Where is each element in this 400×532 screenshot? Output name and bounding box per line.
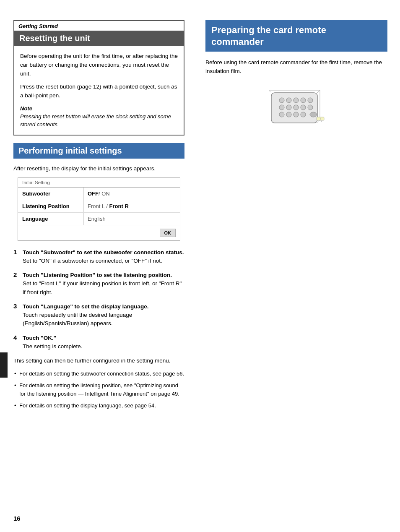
svg-point-6 — [279, 98, 284, 103]
step-4-number: 4 — [13, 334, 23, 341]
bullet-2: For details on setting the listening pos… — [13, 381, 184, 398]
listening-frontl: Front L / — [88, 203, 108, 209]
right-section-title: Preparing the card remote commander — [205, 20, 387, 52]
subwoofer-row: Subwoofer OFF/ ON — [18, 188, 180, 200]
page-number: 16 — [13, 515, 21, 522]
step-1-desc: Set to "ON" if a subwoofer is connected,… — [23, 258, 162, 264]
subwoofer-label: Subwoofer — [18, 188, 83, 200]
setting-note: This setting can then be further configu… — [13, 357, 184, 365]
svg-line-3 — [317, 120, 320, 123]
svg-point-17 — [286, 112, 291, 117]
step-1: 1 Touch "Subwoofer" to set the subwoofer… — [13, 248, 184, 266]
svg-point-14 — [301, 105, 306, 110]
ok-button[interactable]: OK — [160, 229, 176, 237]
svg-point-9 — [301, 98, 306, 103]
language-value: English — [83, 213, 110, 225]
step-1-number: 1 — [13, 248, 23, 256]
ok-row: OK — [18, 225, 180, 240]
step-3-number: 3 — [13, 303, 23, 310]
resetting-body1: Before operating the unit for the first … — [20, 52, 178, 78]
listening-row: Listening Position Front L / Front R — [18, 200, 180, 213]
getting-started-box: Getting Started Resetting the unit Befor… — [13, 20, 184, 136]
svg-point-16 — [279, 112, 284, 117]
note-label: Note — [20, 105, 178, 112]
subwoofer-off: OFF — [88, 190, 99, 197]
step-2: 2 Touch "Listening Position" to set the … — [13, 271, 184, 297]
note-text: Pressing the reset button will erase the… — [20, 112, 178, 129]
remote-commander-illustration — [263, 84, 330, 130]
step-4: 4 Touch "OK." The setting is complete. — [13, 334, 184, 351]
right-body: Before using the card remote commander f… — [205, 58, 387, 76]
resetting-title-bar: Resetting the unit — [14, 31, 184, 46]
listening-value: Front L / Front R — [83, 200, 133, 212]
listening-frontr: Front R — [109, 203, 129, 209]
subwoofer-value: OFF/ ON — [83, 188, 114, 200]
svg-point-10 — [308, 98, 313, 103]
svg-point-15 — [308, 105, 313, 110]
right-column: Preparing the card remote commander Befo… — [197, 10, 400, 522]
svg-point-20 — [310, 112, 317, 117]
subwoofer-on: / ON — [99, 190, 110, 197]
svg-point-8 — [294, 98, 299, 103]
resetting-content: Before operating the unit for the first … — [14, 46, 184, 135]
step-2-content: Touch "Listening Position" to set the li… — [23, 271, 184, 297]
svg-point-13 — [294, 105, 299, 110]
initial-setting-box: Initial Setting Subwoofer OFF/ ON Listen… — [18, 177, 180, 241]
performing-title-bar: Performing initial settings — [13, 143, 184, 159]
language-row: Language English — [18, 213, 180, 225]
svg-point-11 — [279, 105, 284, 110]
step-3-content: Touch "Language" to set the display lang… — [23, 303, 184, 328]
step-4-desc: The setting is complete. — [23, 343, 83, 349]
initial-setting-header: Initial Setting — [18, 178, 180, 188]
bullet-3: For details on setting the display langu… — [13, 402, 184, 410]
step-3: 3 Touch "Language" to set the display la… — [13, 303, 184, 328]
step-2-number: 2 — [13, 271, 23, 278]
svg-line-1 — [269, 90, 271, 93]
left-sidebar-bar — [0, 352, 8, 378]
bullet-list: For details on setting the subwoofer con… — [13, 370, 184, 410]
remote-image-area — [205, 84, 387, 130]
step-4-content: Touch "OK." The setting is complete. — [23, 334, 184, 351]
svg-point-12 — [286, 105, 291, 110]
right-title-line2: commander — [211, 37, 264, 47]
getting-started-label: Getting Started — [14, 21, 184, 31]
svg-point-18 — [294, 112, 299, 117]
step-4-title: Touch "OK." — [23, 335, 56, 341]
step-3-title: Touch "Language" to set the display lang… — [23, 303, 149, 310]
performing-body: After resetting, the display for the ini… — [13, 164, 184, 173]
steps-list: 1 Touch "Subwoofer" to set the subwoofer… — [13, 248, 184, 351]
svg-line-2 — [317, 90, 320, 93]
right-title-line1: Preparing the card remote — [211, 25, 326, 35]
language-label: Language — [18, 213, 83, 225]
resetting-body2: Press the reset button (page 12) with a … — [20, 83, 178, 100]
performing-section: Performing initial settings After resett… — [13, 143, 184, 410]
svg-point-19 — [301, 112, 306, 117]
svg-point-7 — [286, 98, 291, 103]
step-2-title: Touch "Listening Position" to set the li… — [23, 272, 172, 278]
listening-label: Listening Position — [18, 200, 83, 212]
performing-title: Performing initial settings — [18, 146, 122, 155]
step-2-desc: Set to "Front L" if your listening posit… — [23, 280, 182, 295]
left-column: Getting Started Resetting the unit Befor… — [0, 10, 197, 522]
resetting-title: Resetting the unit — [19, 34, 90, 43]
bullet-1: For details on setting the subwoofer con… — [13, 370, 184, 378]
step-3-desc: Touch repeatedly until the desired langu… — [23, 312, 132, 326]
step-1-title: Touch "Subwoofer" to set the subwoofer c… — [23, 249, 184, 256]
step-1-content: Touch "Subwoofer" to set the subwoofer c… — [23, 248, 184, 266]
